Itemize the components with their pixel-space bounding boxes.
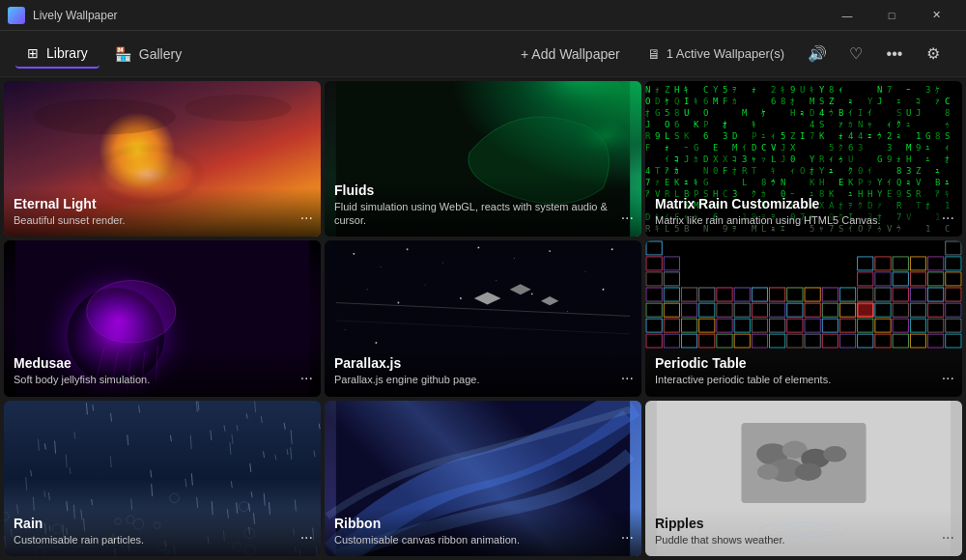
- minimize-button[interactable]: —: [825, 0, 869, 31]
- ribbon-menu[interactable]: ···: [621, 529, 634, 546]
- svg-point-1: [33, 98, 176, 134]
- periodic-desc: Interactive periodic table of elements.: [655, 373, 952, 386]
- library-tab[interactable]: ⊞ Library: [15, 40, 99, 69]
- gallery-tab[interactable]: 🏪 Gallery: [103, 41, 193, 68]
- eternal-light-desc: Beautiful sunset render.: [14, 213, 311, 227]
- wallpaper-card-matrix-rain[interactable]: Matrix Rain Customizable Matrix like rai…: [645, 81, 962, 237]
- title-bar: Lively Wallpaper — □ ✕: [0, 0, 966, 31]
- medusae-menu[interactable]: ···: [300, 370, 313, 387]
- heart-icon: ♡: [849, 44, 863, 63]
- parallax-desc: Parallax.js engine github page.: [334, 373, 632, 386]
- library-label: Library: [46, 45, 88, 61]
- wallpaper-card-ribbon[interactable]: Ribbon Customisable canvas ribbon animat…: [325, 401, 641, 556]
- library-icon: ⊞: [27, 45, 39, 61]
- periodic-menu[interactable]: ···: [942, 370, 954, 387]
- svg-point-27: [460, 297, 462, 299]
- close-button[interactable]: ✕: [914, 0, 958, 31]
- wallpaper-card-fluids[interactable]: Fluids Fluid simulation using WebGL, rea…: [325, 81, 641, 237]
- matrix-info: Matrix Rain Customizable Matrix like rai…: [645, 188, 962, 237]
- ripples-menu[interactable]: ···: [942, 529, 954, 546]
- svg-point-21: [549, 250, 551, 252]
- parallax-info: Parallax.js Parallax.js engine github pa…: [325, 348, 641, 396]
- svg-point-5: [505, 108, 630, 180]
- wallpaper-card-periodic-table[interactable]: Periodic Table Interactive periodic tabl…: [645, 240, 962, 396]
- fluids-title: Fluids: [334, 182, 632, 198]
- eternal-light-info: Eternal Light Beautiful sunset render.: [4, 188, 321, 237]
- svg-point-19: [477, 247, 479, 249]
- eternal-light-menu[interactable]: ···: [300, 210, 313, 227]
- add-wallpaper-button[interactable]: + Add Wallpaper: [509, 41, 632, 68]
- ripples-info: Ripples Puddle that shows weather.: [645, 508, 962, 556]
- svg-point-2: [185, 95, 292, 122]
- sound-icon: 🔊: [808, 44, 827, 63]
- toolbar: ⊞ Library 🏪 Gallery + Add Wallpaper 🖥 1 …: [0, 31, 966, 77]
- svg-point-46: [795, 462, 822, 480]
- more-button[interactable]: •••: [877, 37, 912, 71]
- wallpaper-card-eternal-light[interactable]: Eternal Light Beautiful sunset render. ·…: [4, 81, 321, 237]
- rain-info: Rain Customisable rain particles.: [4, 508, 321, 556]
- fluids-info: Fluids Fluid simulation using WebGL, rea…: [325, 175, 641, 238]
- svg-point-25: [398, 302, 400, 304]
- settings-button[interactable]: ⚙: [916, 37, 951, 71]
- periodic-title: Periodic Table: [655, 355, 952, 371]
- periodic-info: Periodic Table Interactive periodic tabl…: [645, 348, 962, 396]
- matrix-desc: Matrix like rain animation using HTML5 C…: [655, 213, 952, 227]
- gallery-label: Gallery: [139, 46, 182, 62]
- medusae-desc: Soft body jellyfish simulation.: [14, 373, 311, 386]
- wallpaper-grid: Eternal Light Beautiful sunset render. ·…: [0, 77, 966, 560]
- wallpaper-card-ripples[interactable]: Ripples Puddle that shows weather. ···: [645, 401, 962, 556]
- monitor-icon: 🖥: [647, 46, 661, 62]
- active-wallpaper-label: 1 Active Wallpaper(s): [667, 46, 784, 61]
- medusae-title: Medusae: [14, 355, 311, 371]
- parallax-menu[interactable]: ···: [621, 370, 634, 387]
- svg-point-17: [407, 249, 409, 251]
- svg-point-28: [496, 280, 497, 281]
- rain-menu[interactable]: ···: [300, 529, 313, 546]
- app-icon: [8, 7, 25, 24]
- svg-point-24: [367, 290, 368, 291]
- svg-point-18: [442, 263, 443, 264]
- app-title: Lively Wallpaper: [33, 9, 825, 22]
- eternal-light-title: Eternal Light: [14, 196, 311, 211]
- svg-point-23: [611, 249, 613, 251]
- active-wallpaper-button[interactable]: 🖥 1 Active Wallpaper(s): [636, 41, 796, 68]
- gallery-icon: 🏪: [115, 46, 131, 62]
- rain-desc: Customisable rain particles.: [14, 533, 311, 546]
- fluids-desc: Fluid simulation using WebGL, reacts wit…: [334, 200, 632, 228]
- ribbon-info: Ribbon Customisable canvas ribbon animat…: [325, 508, 641, 556]
- svg-point-20: [514, 258, 515, 259]
- svg-point-33: [375, 342, 377, 344]
- periodic-canvas: [645, 240, 962, 348]
- parallax-title: Parallax.js: [334, 355, 632, 371]
- rain-title: Rain: [14, 516, 311, 531]
- wallpaper-card-rain[interactable]: Rain Customisable rain particles. ···: [4, 401, 321, 556]
- matrix-title: Matrix Rain Customizable: [655, 196, 952, 211]
- wallpaper-card-medusae[interactable]: Medusae Soft body jellyfish simulation. …: [4, 240, 321, 396]
- ripples-title: Ripples: [655, 516, 952, 531]
- svg-point-48: [823, 446, 846, 462]
- svg-point-8: [87, 281, 176, 344]
- matrix-menu[interactable]: ···: [942, 210, 954, 227]
- wallpaper-card-parallax[interactable]: Parallax.js Parallax.js engine github pa…: [325, 240, 641, 396]
- svg-point-16: [381, 267, 382, 268]
- svg-point-26: [425, 285, 426, 286]
- svg-point-22: [585, 271, 586, 272]
- ribbon-desc: Customisable canvas ribbon animation.: [334, 533, 632, 546]
- medusae-info: Medusae Soft body jellyfish simulation.: [4, 348, 321, 396]
- svg-point-4: [452, 81, 630, 161]
- ripples-desc: Puddle that shows weather.: [655, 533, 952, 546]
- svg-point-29: [531, 294, 533, 295]
- svg-point-30: [567, 312, 568, 313]
- add-wallpaper-label: + Add Wallpaper: [521, 46, 620, 62]
- window-controls: — □ ✕: [825, 0, 958, 31]
- svg-point-15: [353, 253, 355, 255]
- settings-icon: ⚙: [926, 44, 940, 63]
- svg-point-31: [603, 289, 605, 291]
- more-icon: •••: [887, 45, 903, 63]
- heart-button[interactable]: ♡: [838, 37, 873, 71]
- fluids-menu[interactable]: ···: [621, 210, 634, 227]
- svg-point-32: [345, 329, 346, 330]
- maximize-button[interactable]: □: [869, 0, 914, 31]
- sound-button[interactable]: 🔊: [800, 37, 835, 71]
- svg-point-47: [757, 463, 779, 480]
